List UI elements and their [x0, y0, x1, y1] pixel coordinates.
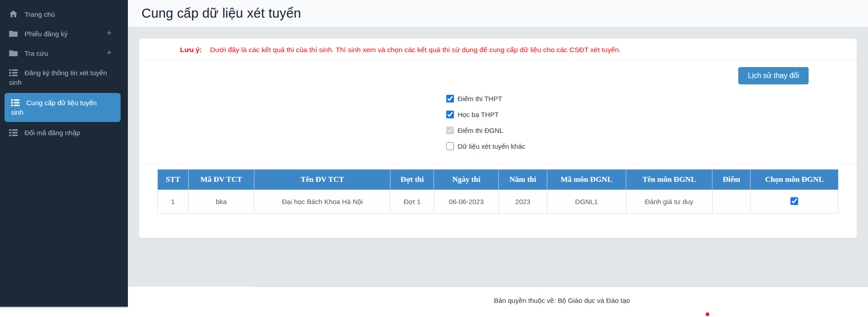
list-icon	[9, 129, 18, 136]
sidebar-item-lookup[interactable]: Tra cứu +	[0, 44, 128, 63]
notice-label: Lưu ý:	[180, 46, 202, 54]
col-stt: STT	[158, 170, 189, 190]
home-icon	[9, 10, 18, 18]
dgnl-results-table-section: STT Mã ĐV TCT Tên ĐV TCT Đợt thi Ngày th…	[139, 163, 857, 231]
main-area: Cung cấp dữ liệu xét tuyển Lưu ý:Dưới đâ…	[128, 0, 868, 317]
footer: Bản quyền thuộc về: Bộ Giáo dục và Đào t…	[256, 287, 868, 317]
expand-plus-icon[interactable]: +	[107, 28, 112, 38]
col-chon-mon-dgnl: Chọn môn ĐGNL	[751, 170, 839, 190]
filter-label[interactable]: Dữ liệu xét tuyển khác	[458, 142, 525, 150]
page-title: Cung cấp dữ liệu xét tuyển	[141, 6, 301, 21]
list-icon	[11, 99, 20, 106]
sidebar: Trang chủ Phiếu đăng ký + Tra cứu + Đăng…	[0, 0, 128, 307]
folder-icon	[9, 30, 18, 37]
red-dot-indicator	[706, 312, 709, 316]
col-ma-mon-dgnl: Mã môn ĐGNL	[547, 170, 626, 190]
controls-row: Lịch sử thay đổi	[139, 61, 857, 84]
thpt-transcript-checkbox[interactable]	[446, 111, 454, 118]
col-dot-thi: Đợt thi	[390, 170, 434, 190]
table-row: 1 bka Đại học Bách Khoa Hà Nội Đợt 1 06-…	[158, 190, 839, 214]
col-nam-thi: Năm thi	[498, 170, 547, 190]
filter-thpt-transcript: Học bạ THPT	[446, 109, 525, 119]
data-source-filters: Điểm thi THPT Học bạ THPT Điểm thi ĐGNL …	[446, 93, 525, 151]
dgnl-results-table: STT Mã ĐV TCT Tên ĐV TCT Đợt thi Ngày th…	[157, 169, 839, 214]
cell-ten-mon-dgnl: Đánh giá tư duy	[626, 190, 712, 214]
cell-nam-thi: 2023	[498, 190, 547, 214]
sidebar-item-label: Cung cấp dữ liệu tuyển sinh	[11, 99, 97, 116]
other-admission-data-checkbox[interactable]	[446, 142, 454, 150]
filter-label[interactable]: Học bạ THPT	[458, 111, 499, 118]
select-dgnl-subject-checkbox[interactable]	[790, 197, 798, 205]
cell-ngay-thi: 06-06-2023	[434, 190, 499, 214]
cell-dot-thi: Đợt 1	[390, 190, 434, 214]
list-icon	[9, 69, 18, 76]
col-ten-dv-tct: Tên ĐV TCT	[254, 170, 390, 190]
sidebar-item-label: Đổi mã đăng nhập	[24, 129, 80, 137]
expand-plus-icon[interactable]: +	[107, 48, 112, 57]
col-diem: Điểm	[712, 170, 751, 190]
cell-ma-dv-tct: bka	[188, 190, 254, 214]
admission-data-card: Lưu ý:Dưới đây là các kết quả thi của th…	[139, 39, 857, 238]
notice-bar: Lưu ý:Dưới đây là các kết quả thi của th…	[139, 39, 857, 61]
sidebar-item-change-login-code[interactable]: Đổi mã đăng nhập	[0, 123, 128, 142]
copyright-text: Bản quyền thuộc về: Bộ Giáo dục và Đào t…	[494, 297, 630, 317]
sidebar-item-label: Phiếu đăng ký	[24, 30, 68, 38]
content-area: Lưu ý:Dưới đây là các kết quả thi của th…	[128, 27, 868, 287]
cell-stt: 1	[158, 190, 189, 214]
filter-dgnl-exam-score: Điểm thi ĐGNL	[446, 125, 525, 135]
sidebar-item-admission-info-registration[interactable]: Đăng ký thông tin xét tuyển sinh	[0, 63, 128, 92]
thpt-exam-score-checkbox[interactable]	[446, 95, 454, 102]
col-ten-mon-dgnl: Tên môn ĐGNL	[626, 170, 712, 190]
col-ma-dv-tct: Mã ĐV TCT	[188, 170, 254, 190]
sidebar-item-registration-form[interactable]: Phiếu đăng ký +	[0, 24, 128, 44]
titlebar: Cung cấp dữ liệu xét tuyển	[128, 0, 868, 27]
folder-icon	[9, 49, 18, 57]
notice-text: Dưới đây là các kết quả thi của thí sinh…	[210, 46, 621, 54]
cell-diem	[712, 190, 751, 214]
cell-ma-mon-dgnl: DGNL1	[547, 190, 626, 214]
sidebar-item-label: Đăng ký thông tin xét tuyển sinh	[9, 69, 107, 86]
sidebar-item-label: Tra cứu	[24, 49, 48, 57]
filter-label[interactable]: Điểm thi THPT	[458, 95, 502, 102]
sidebar-item-provide-admission-data[interactable]: Cung cấp dữ liệu tuyển sinh	[5, 93, 121, 122]
cell-ten-dv-tct: Đại học Bách Khoa Hà Nội	[254, 190, 390, 214]
sidebar-item-home[interactable]: Trang chủ	[0, 5, 128, 24]
cell-chon-mon-dgnl	[751, 190, 839, 214]
sidebar-item-label: Trang chủ	[24, 10, 55, 18]
history-button[interactable]: Lịch sử thay đổi	[738, 67, 809, 84]
filter-label[interactable]: Điểm thi ĐGNL	[458, 127, 503, 134]
dgnl-exam-score-checkbox[interactable]	[446, 127, 454, 134]
filter-thpt-exam-score: Điểm thi THPT	[446, 93, 525, 103]
table-header-row: STT Mã ĐV TCT Tên ĐV TCT Đợt thi Ngày th…	[158, 170, 839, 190]
filter-other-admission-data: Dữ liệu xét tuyển khác	[446, 141, 525, 151]
col-ngay-thi: Ngày thi	[434, 170, 499, 190]
